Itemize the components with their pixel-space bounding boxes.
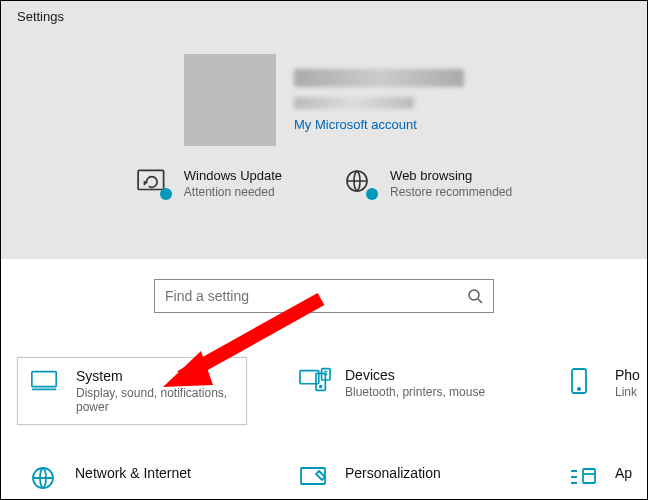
update-sync-icon <box>136 168 170 194</box>
status-subtitle: Restore recommended <box>390 185 512 199</box>
category-network[interactable]: Network & Internet <box>17 455 247 500</box>
category-title: Devices <box>345 367 485 383</box>
phone-icon <box>569 367 599 393</box>
globe-icon <box>29 465 59 491</box>
search-box[interactable] <box>154 279 494 313</box>
my-microsoft-account-link[interactable]: My Microsoft account <box>294 117 464 132</box>
status-subtitle: Attention needed <box>184 185 282 199</box>
search-input[interactable] <box>165 288 467 304</box>
account-name-redacted <box>294 69 464 87</box>
category-title: Network & Internet <box>75 465 191 481</box>
svg-point-2 <box>469 290 479 300</box>
avatar[interactable] <box>184 54 276 146</box>
category-apps[interactable]: Ap <box>557 455 631 500</box>
status-web-browsing[interactable]: Web browsing Restore recommended <box>342 168 512 199</box>
devices-icon <box>299 367 329 393</box>
status-windows-update[interactable]: Windows Update Attention needed <box>136 168 282 199</box>
status-title: Web browsing <box>390 168 512 183</box>
category-phone[interactable]: Pho Link <box>557 357 631 425</box>
personalize-icon <box>299 465 329 491</box>
category-subtitle: Bluetooth, printers, mouse <box>345 385 485 399</box>
status-title: Windows Update <box>184 168 282 183</box>
category-title: Pho <box>615 367 640 383</box>
account-block: My Microsoft account <box>17 54 631 146</box>
category-subtitle: Display, sound, notifications, power <box>76 386 234 414</box>
svg-rect-3 <box>32 372 56 387</box>
globe-icon <box>342 168 376 194</box>
category-title: System <box>76 368 234 384</box>
category-subtitle: Link <box>615 385 640 399</box>
svg-point-6 <box>320 386 322 388</box>
svg-rect-11 <box>301 468 325 484</box>
category-title: Ap <box>615 465 632 481</box>
category-title: Personalization <box>345 465 441 481</box>
category-personalization[interactable]: Personalization <box>287 455 517 500</box>
apps-icon <box>569 465 599 491</box>
svg-rect-12 <box>583 469 595 483</box>
category-devices[interactable]: Devices Bluetooth, printers, mouse <box>287 357 517 425</box>
svg-point-9 <box>578 388 580 390</box>
account-email-redacted <box>294 97 414 109</box>
monitor-icon <box>30 368 60 394</box>
search-icon <box>467 288 483 304</box>
page-title: Settings <box>17 9 631 24</box>
category-system[interactable]: System Display, sound, notifications, po… <box>17 357 247 425</box>
